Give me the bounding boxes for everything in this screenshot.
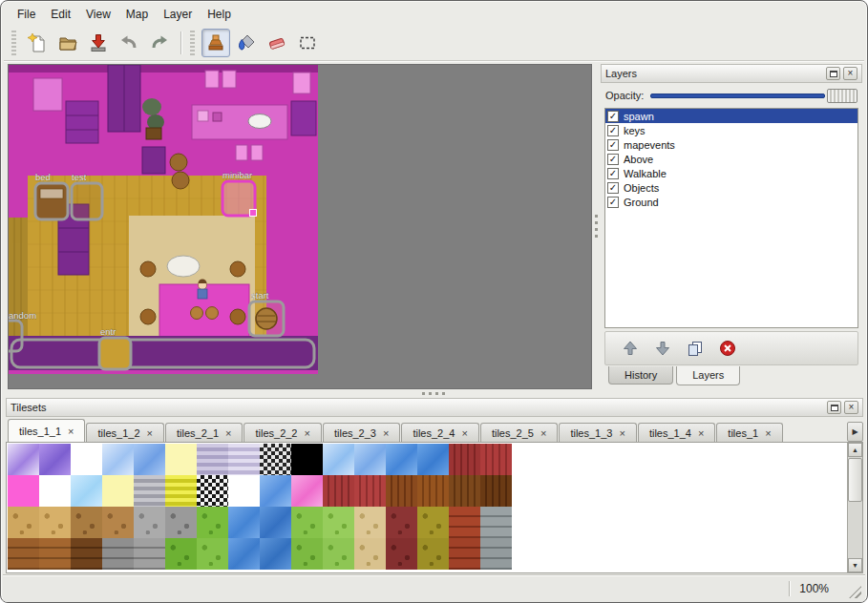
tileset-scrollbar[interactable]: ▲ ▼ bbox=[847, 443, 862, 572]
bucket-fill-button[interactable] bbox=[232, 29, 261, 57]
tile[interactable] bbox=[39, 538, 71, 570]
menu-map[interactable]: Map bbox=[118, 5, 156, 24]
tile[interactable] bbox=[260, 444, 291, 475]
rect-select-button[interactable] bbox=[293, 29, 322, 57]
tile[interactable] bbox=[71, 538, 102, 570]
tile[interactable] bbox=[39, 507, 71, 538]
tile[interactable] bbox=[323, 444, 354, 475]
tileset-tab-tiles_2_5[interactable]: tiles_2_5× bbox=[480, 423, 558, 442]
close-tab-icon[interactable]: × bbox=[698, 428, 704, 438]
tile[interactable] bbox=[102, 538, 134, 570]
tileset-tab-tiles_2_3[interactable]: tiles_2_3× bbox=[323, 423, 400, 442]
tile[interactable] bbox=[417, 507, 449, 538]
tile[interactable] bbox=[354, 507, 386, 538]
scroll-down-button[interactable]: ▼ bbox=[848, 558, 862, 572]
scroll-thumb[interactable] bbox=[848, 458, 862, 502]
close-tab-icon[interactable]: × bbox=[383, 428, 389, 438]
close-panel-button[interactable]: × bbox=[843, 67, 857, 80]
tile[interactable] bbox=[386, 444, 417, 475]
tileset-tab-tiles_1_4[interactable]: tiles_1_4× bbox=[638, 423, 715, 442]
tile[interactable] bbox=[291, 475, 323, 507]
tile[interactable] bbox=[291, 507, 323, 538]
tileset-tab-tiles_2_4[interactable]: tiles_2_4× bbox=[401, 423, 478, 442]
tile[interactable] bbox=[197, 507, 228, 538]
vertical-splitter[interactable] bbox=[592, 64, 601, 389]
close-tab-icon[interactable]: × bbox=[461, 428, 467, 438]
layer-row-Walkable[interactable]: ✓Walkable bbox=[605, 166, 857, 180]
dock-tab-layers[interactable]: Layers bbox=[676, 366, 740, 385]
tile[interactable] bbox=[449, 538, 480, 570]
close-tab-icon[interactable]: × bbox=[540, 428, 546, 438]
tile[interactable] bbox=[417, 538, 449, 570]
close-tab-icon[interactable]: × bbox=[147, 428, 153, 438]
tile[interactable] bbox=[71, 444, 102, 475]
menu-help[interactable]: Help bbox=[200, 5, 239, 24]
horizontal-splitter[interactable] bbox=[6, 389, 862, 398]
close-tab-icon[interactable]: × bbox=[225, 428, 231, 438]
float-panel-button[interactable] bbox=[827, 401, 841, 414]
tile[interactable] bbox=[8, 475, 39, 507]
tile[interactable] bbox=[323, 475, 354, 507]
tile[interactable] bbox=[228, 507, 260, 538]
tile[interactable] bbox=[197, 444, 228, 475]
opacity-slider-handle[interactable] bbox=[827, 89, 857, 103]
tile[interactable] bbox=[39, 475, 71, 507]
menu-edit[interactable]: Edit bbox=[43, 5, 78, 24]
tile[interactable] bbox=[291, 444, 323, 475]
layer-visibility-checkbox[interactable]: ✓ bbox=[607, 139, 619, 151]
tile[interactable] bbox=[480, 507, 512, 538]
tile[interactable] bbox=[417, 475, 449, 507]
layer-visibility-checkbox[interactable]: ✓ bbox=[607, 168, 619, 179]
scroll-up-button[interactable]: ▲ bbox=[848, 443, 862, 457]
tileset-tab-tiles_1_2[interactable]: tiles_1_2× bbox=[86, 423, 163, 442]
tile[interactable] bbox=[228, 538, 260, 570]
tile[interactable] bbox=[449, 507, 480, 538]
tile[interactable] bbox=[260, 507, 291, 538]
tile[interactable] bbox=[102, 507, 134, 538]
save-map-button[interactable] bbox=[84, 29, 113, 57]
toolbar-grip[interactable] bbox=[11, 31, 16, 55]
tile[interactable] bbox=[260, 538, 291, 570]
tile[interactable] bbox=[165, 538, 197, 570]
undo-button[interactable] bbox=[115, 29, 143, 57]
tile[interactable] bbox=[8, 538, 39, 570]
tile[interactable] bbox=[8, 444, 39, 475]
redo-button[interactable] bbox=[145, 29, 174, 57]
duplicate-layer-button[interactable] bbox=[686, 339, 705, 358]
tile[interactable] bbox=[480, 444, 512, 475]
tile[interactable] bbox=[386, 475, 417, 507]
float-panel-button[interactable] bbox=[826, 67, 840, 80]
tile[interactable] bbox=[386, 507, 417, 538]
tileset-tab-tiles_1_3[interactable]: tiles_1_3× bbox=[559, 423, 636, 442]
layer-row-keys[interactable]: ✓keys bbox=[605, 123, 857, 137]
tile[interactable] bbox=[134, 507, 165, 538]
tile[interactable] bbox=[323, 538, 354, 570]
layer-row-spawn[interactable]: ✓spawn bbox=[605, 109, 857, 123]
tile[interactable] bbox=[165, 444, 197, 475]
tile[interactable] bbox=[354, 475, 386, 507]
layer-visibility-checkbox[interactable]: ✓ bbox=[607, 154, 619, 165]
open-map-button[interactable] bbox=[53, 29, 82, 57]
tile[interactable] bbox=[480, 538, 512, 570]
map-object-minibar[interactable]: minibar bbox=[222, 170, 257, 217]
opacity-slider[interactable] bbox=[650, 89, 857, 103]
layer-row-Objects[interactable]: ✓Objects bbox=[605, 180, 857, 195]
tileset-tab-tiles_1_1[interactable]: tiles_1_1× bbox=[8, 419, 85, 442]
tile[interactable] bbox=[228, 444, 260, 475]
new-map-button[interactable] bbox=[23, 29, 52, 57]
tile[interactable] bbox=[449, 475, 480, 507]
tile[interactable] bbox=[354, 538, 386, 570]
tileset-tab-tiles_2_1[interactable]: tiles_2_1× bbox=[165, 423, 243, 442]
close-tab-icon[interactable]: × bbox=[68, 426, 74, 436]
tile[interactable] bbox=[228, 475, 260, 507]
tile[interactable] bbox=[8, 507, 39, 538]
tab-scroll-right-button[interactable]: ▶ bbox=[847, 422, 863, 442]
eraser-button[interactable] bbox=[263, 29, 291, 57]
tile[interactable] bbox=[102, 475, 134, 507]
layer-row-Above[interactable]: ✓Above bbox=[605, 152, 857, 166]
tile[interactable] bbox=[102, 444, 134, 475]
tile[interactable] bbox=[386, 538, 417, 570]
layer-visibility-checkbox[interactable]: ✓ bbox=[607, 197, 619, 208]
tile[interactable] bbox=[165, 507, 197, 538]
menu-layer[interactable]: Layer bbox=[156, 5, 200, 24]
